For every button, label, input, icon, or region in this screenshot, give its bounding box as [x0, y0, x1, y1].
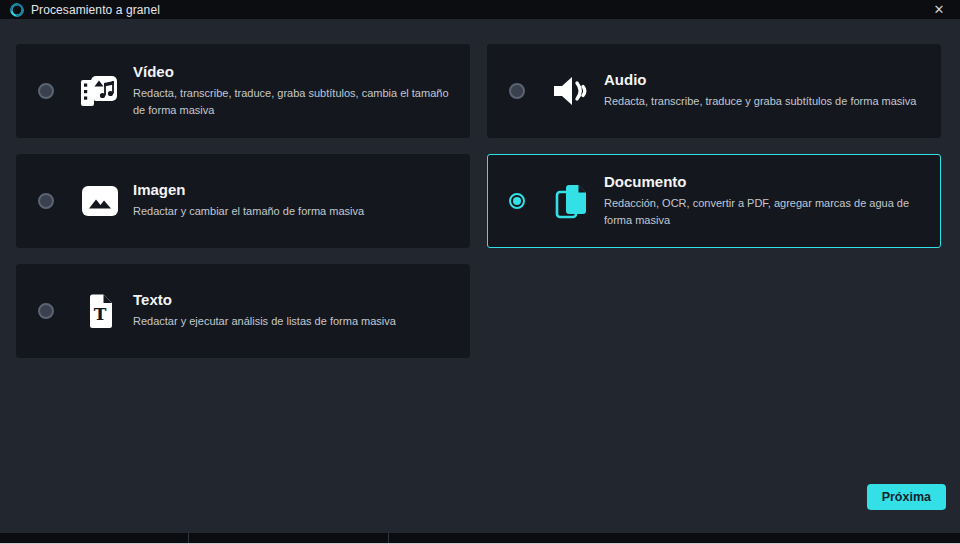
card-desc-imagen: Redactar y cambiar el tamaño de forma ma… [133, 203, 364, 220]
card-desc-texto: Redactar y ejecutar análisis de listas d… [133, 313, 396, 330]
close-icon[interactable]: ✕ [928, 0, 950, 19]
document-icon [549, 179, 593, 223]
radio-imagen[interactable] [38, 193, 54, 209]
strip-separator [188, 533, 189, 543]
card-desc-documento: Redacción, OCR, convertir a PDF, agregar… [604, 195, 926, 229]
svg-text:T: T [94, 304, 107, 324]
card-audio[interactable]: Audio Redacta, transcribe, traduce y gra… [487, 44, 941, 138]
radio-documento[interactable] [509, 193, 525, 209]
radio-audio[interactable] [509, 83, 525, 99]
text-icon: T [78, 289, 122, 333]
bulk-processing-dialog: Procesamiento a granel ✕ [0, 0, 960, 544]
card-documento[interactable]: Documento Redacción, OCR, convertir a PD… [487, 154, 941, 248]
card-title-video: Vídeo [133, 63, 455, 80]
card-title-documento: Documento [604, 173, 926, 190]
card-imagen[interactable]: Imagen Redactar y cambiar el tamaño de f… [16, 154, 470, 248]
underlying-app-strip [0, 533, 960, 544]
card-title-texto: Texto [133, 291, 396, 308]
video-icon [78, 69, 122, 113]
category-card-grid: Vídeo Redacta, transcribe, traduce, grab… [16, 44, 941, 358]
image-icon [78, 179, 122, 223]
window-title: Procesamiento a granel [31, 3, 160, 17]
card-desc-audio: Redacta, transcribe, traduce y graba sub… [604, 93, 916, 110]
card-desc-video: Redacta, transcribe, traduce, graba subt… [133, 85, 455, 119]
card-title-imagen: Imagen [133, 181, 364, 198]
radio-texto[interactable] [38, 303, 54, 319]
radio-video[interactable] [38, 83, 54, 99]
card-texto[interactable]: T Texto Redactar y ejecutar análisis de … [16, 264, 470, 358]
card-video[interactable]: Vídeo Redacta, transcribe, traduce, grab… [16, 44, 470, 138]
next-button[interactable]: Próxima [867, 484, 946, 510]
card-title-audio: Audio [604, 71, 916, 88]
app-logo-icon [10, 3, 24, 17]
titlebar: Procesamiento a granel ✕ [0, 0, 960, 19]
audio-icon [549, 69, 593, 113]
strip-separator [388, 533, 389, 543]
